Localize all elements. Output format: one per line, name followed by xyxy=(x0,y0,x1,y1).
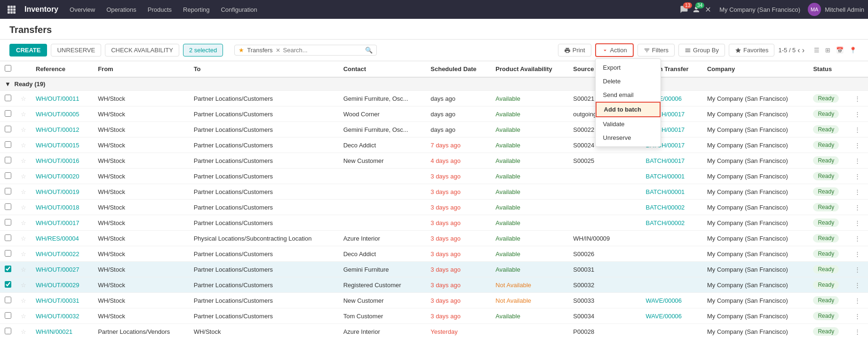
menu-export[interactable]: Export xyxy=(596,61,661,74)
row-reference[interactable]: WH/OUT/00032 xyxy=(31,308,93,324)
row-more[interactable]: ⋮ xyxy=(850,169,868,184)
row-batch[interactable]: BATCH/00002 xyxy=(641,200,702,215)
activity-icon[interactable]: 34 xyxy=(692,5,701,14)
row-checkbox-cell[interactable] xyxy=(0,308,16,324)
row-checkbox[interactable] xyxy=(5,219,11,226)
apps-icon[interactable] xyxy=(4,2,19,17)
row-star[interactable]: ☆ xyxy=(16,169,31,184)
row-star[interactable]: ☆ xyxy=(16,308,31,324)
row-reference[interactable]: WH/OUT/00005 xyxy=(31,106,93,122)
row-reference[interactable]: WH/OUT/00017 xyxy=(31,215,93,231)
row-more[interactable]: ⋮ xyxy=(850,200,868,215)
create-button[interactable]: CREATE xyxy=(9,44,47,56)
row-checkbox[interactable] xyxy=(5,203,11,210)
row-reference[interactable]: WH/OUT/00011 xyxy=(31,91,93,106)
nav-configuration[interactable]: Configuration xyxy=(215,0,263,19)
print-button[interactable]: Print xyxy=(558,44,591,56)
row-more[interactable]: ⋮ xyxy=(850,215,868,231)
row-star[interactable]: ☆ xyxy=(16,215,31,231)
row-reference[interactable]: WH/IN/00021 xyxy=(31,324,93,339)
messages-icon[interactable]: 13 xyxy=(680,5,688,14)
row-checkbox[interactable] xyxy=(5,172,11,179)
menu-validate[interactable]: Validate xyxy=(596,117,661,131)
group-toggle-icon[interactable]: ▼ xyxy=(5,81,11,88)
row-checkbox[interactable] xyxy=(5,328,11,334)
row-batch[interactable]: BATCH/00001 xyxy=(641,169,702,184)
row-checkbox[interactable] xyxy=(5,250,11,257)
search-icon[interactable]: 🔍 xyxy=(365,47,373,54)
row-reference[interactable]: WH/OUT/00022 xyxy=(31,246,93,262)
row-checkbox[interactable] xyxy=(5,297,11,303)
row-more[interactable]: ⋮ xyxy=(850,246,868,262)
row-checkbox-cell[interactable] xyxy=(0,262,16,277)
row-checkbox-cell[interactable] xyxy=(0,277,16,293)
calendar-view-icon[interactable]: 📅 xyxy=(834,46,845,55)
row-more[interactable]: ⋮ xyxy=(850,262,868,277)
row-batch[interactable]: BATCH/00002 xyxy=(641,215,702,231)
row-checkbox[interactable] xyxy=(5,266,11,272)
row-reference[interactable]: WH/OUT/00012 xyxy=(31,122,93,137)
row-checkbox[interactable] xyxy=(5,141,11,148)
map-view-icon[interactable]: 📍 xyxy=(847,46,859,55)
row-checkbox[interactable] xyxy=(5,95,11,101)
action-button[interactable]: Action xyxy=(595,43,634,57)
nav-overview[interactable]: Overview xyxy=(64,0,101,19)
row-reference[interactable]: WH/OUT/00016 xyxy=(31,153,93,169)
row-batch[interactable]: WAVE/00006 xyxy=(641,293,702,308)
row-more[interactable]: ⋮ xyxy=(850,308,868,324)
row-reference[interactable]: WH/OUT/00020 xyxy=(31,169,93,184)
row-checkbox[interactable] xyxy=(5,312,11,319)
row-more[interactable]: ⋮ xyxy=(850,277,868,293)
row-star[interactable]: ☆ xyxy=(16,262,31,277)
row-reference[interactable]: WH/OUT/00029 xyxy=(31,277,93,293)
row-checkbox[interactable] xyxy=(5,188,11,194)
row-reference[interactable]: WH/OUT/00031 xyxy=(31,293,93,308)
row-checkbox[interactable] xyxy=(5,157,11,163)
row-checkbox-cell[interactable] xyxy=(0,215,16,231)
row-more[interactable]: ⋮ xyxy=(850,231,868,246)
row-checkbox-cell[interactable] xyxy=(0,122,16,137)
row-checkbox-cell[interactable] xyxy=(0,200,16,215)
row-reference[interactable]: WH/RES/00004 xyxy=(31,231,93,246)
row-batch[interactable] xyxy=(641,277,702,293)
row-checkbox-cell[interactable] xyxy=(0,231,16,246)
row-batch[interactable]: BATCH/00017 xyxy=(641,153,702,169)
row-batch[interactable] xyxy=(641,231,702,246)
row-checkbox[interactable] xyxy=(5,234,11,241)
row-star[interactable]: ☆ xyxy=(16,122,31,137)
row-star[interactable]: ☆ xyxy=(16,137,31,153)
prev-page-button[interactable]: ‹ xyxy=(797,46,800,55)
row-checkbox-cell[interactable] xyxy=(0,153,16,169)
menu-unreserve[interactable]: Unreserve xyxy=(596,131,661,145)
row-batch[interactable]: WAVE/00006 xyxy=(641,308,702,324)
row-star[interactable]: ☆ xyxy=(16,200,31,215)
row-star[interactable]: ☆ xyxy=(16,91,31,106)
row-checkbox-cell[interactable] xyxy=(0,169,16,184)
row-reference[interactable]: WH/OUT/00027 xyxy=(31,262,93,277)
next-page-button[interactable]: › xyxy=(802,46,804,55)
select-all-checkbox[interactable] xyxy=(5,65,11,72)
check-availability-button[interactable]: CHECK AVAILABILITY xyxy=(105,44,179,56)
close-icon[interactable] xyxy=(704,6,712,13)
search-input[interactable] xyxy=(283,47,362,54)
row-star[interactable]: ☆ xyxy=(16,231,31,246)
row-star[interactable]: ☆ xyxy=(16,153,31,169)
row-more[interactable]: ⋮ xyxy=(850,91,868,106)
row-more[interactable]: ⋮ xyxy=(850,293,868,308)
row-more[interactable]: ⋮ xyxy=(850,137,868,153)
row-checkbox-cell[interactable] xyxy=(0,324,16,339)
row-more[interactable]: ⋮ xyxy=(850,324,868,339)
menu-add-to-batch[interactable]: Add to batch xyxy=(596,102,661,117)
unreserve-button[interactable]: UNRESERVE xyxy=(51,44,101,56)
row-checkbox[interactable] xyxy=(5,281,11,288)
row-checkbox-cell[interactable] xyxy=(0,137,16,153)
row-checkbox-cell[interactable] xyxy=(0,246,16,262)
row-reference[interactable]: WH/OUT/00015 xyxy=(31,137,93,153)
row-star[interactable]: ☆ xyxy=(16,293,31,308)
row-star[interactable]: ☆ xyxy=(16,184,31,200)
row-checkbox[interactable] xyxy=(5,126,11,132)
row-more[interactable]: ⋮ xyxy=(850,106,868,122)
nav-products[interactable]: Products xyxy=(142,0,177,19)
menu-delete[interactable]: Delete xyxy=(596,74,661,88)
list-view-icon[interactable]: ☰ xyxy=(812,46,821,55)
